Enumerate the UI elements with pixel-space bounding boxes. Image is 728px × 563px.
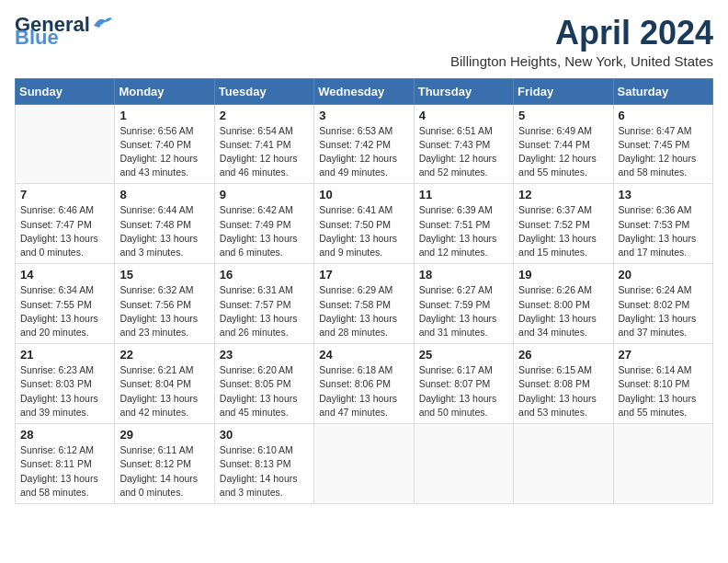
calendar-cell: 16Sunrise: 6:31 AM Sunset: 7:57 PM Dayli… bbox=[214, 264, 313, 344]
day-number: 15 bbox=[119, 268, 209, 282]
weekday-header-tuesday: Tuesday bbox=[214, 78, 313, 104]
calendar-cell: 17Sunrise: 6:29 AM Sunset: 7:58 PM Dayli… bbox=[314, 264, 414, 344]
page-header: General Blue April 2024 Billington Heigh… bbox=[15, 15, 713, 69]
day-number: 26 bbox=[518, 348, 608, 362]
day-info: Sunrise: 6:27 AM Sunset: 7:59 PM Dayligh… bbox=[419, 283, 508, 339]
weekday-header-wednesday: Wednesday bbox=[314, 78, 414, 104]
calendar-cell: 13Sunrise: 6:36 AM Sunset: 7:53 PM Dayli… bbox=[613, 184, 712, 264]
weekday-header-monday: Monday bbox=[115, 78, 214, 104]
day-number: 28 bbox=[20, 428, 109, 442]
day-number: 20 bbox=[619, 268, 708, 282]
day-number: 2 bbox=[220, 109, 309, 122]
day-number: 13 bbox=[619, 188, 708, 201]
day-info: Sunrise: 6:23 AM Sunset: 8:03 PM Dayligh… bbox=[20, 363, 109, 419]
day-number: 23 bbox=[220, 348, 309, 362]
weekday-header-sunday: Sunday bbox=[16, 78, 115, 104]
weekday-header-row: SundayMondayTuesdayWednesdayThursdayFrid… bbox=[16, 78, 713, 104]
title-area: April 2024 Billington Heights, New York,… bbox=[450, 15, 713, 69]
calendar-cell: 29Sunrise: 6:11 AM Sunset: 8:12 PM Dayli… bbox=[115, 424, 214, 504]
day-number: 12 bbox=[518, 188, 608, 201]
calendar-cell: 2Sunrise: 6:54 AM Sunset: 7:41 PM Daylig… bbox=[214, 104, 313, 184]
day-info: Sunrise: 6:56 AM Sunset: 7:40 PM Dayligh… bbox=[119, 124, 209, 180]
calendar-cell: 1Sunrise: 6:56 AM Sunset: 7:40 PM Daylig… bbox=[115, 104, 214, 184]
weekday-header-thursday: Thursday bbox=[414, 78, 513, 104]
day-number: 4 bbox=[419, 109, 508, 122]
day-number: 27 bbox=[619, 348, 708, 362]
weekday-header-saturday: Saturday bbox=[613, 78, 712, 104]
day-info: Sunrise: 6:24 AM Sunset: 8:02 PM Dayligh… bbox=[619, 283, 708, 339]
calendar-cell: 25Sunrise: 6:17 AM Sunset: 8:07 PM Dayli… bbox=[414, 344, 513, 424]
calendar-cell: 5Sunrise: 6:49 AM Sunset: 7:44 PM Daylig… bbox=[514, 104, 613, 184]
day-info: Sunrise: 6:42 AM Sunset: 7:49 PM Dayligh… bbox=[220, 203, 309, 259]
day-info: Sunrise: 6:36 AM Sunset: 7:53 PM Dayligh… bbox=[619, 203, 708, 259]
calendar-table: SundayMondayTuesdayWednesdayThursdayFrid… bbox=[15, 78, 713, 504]
day-info: Sunrise: 6:47 AM Sunset: 7:45 PM Dayligh… bbox=[619, 124, 708, 180]
calendar-week-row: 28Sunrise: 6:12 AM Sunset: 8:11 PM Dayli… bbox=[16, 424, 713, 504]
day-number: 7 bbox=[20, 188, 109, 201]
day-number: 14 bbox=[20, 268, 109, 282]
calendar-cell: 15Sunrise: 6:32 AM Sunset: 7:56 PM Dayli… bbox=[115, 264, 214, 344]
day-info: Sunrise: 6:37 AM Sunset: 7:52 PM Dayligh… bbox=[518, 203, 608, 259]
day-info: Sunrise: 6:20 AM Sunset: 8:05 PM Dayligh… bbox=[220, 363, 309, 419]
day-info: Sunrise: 6:26 AM Sunset: 8:00 PM Dayligh… bbox=[518, 283, 608, 339]
day-number: 9 bbox=[220, 188, 309, 201]
calendar-cell: 23Sunrise: 6:20 AM Sunset: 8:05 PM Dayli… bbox=[214, 344, 313, 424]
calendar-cell: 11Sunrise: 6:39 AM Sunset: 7:51 PM Dayli… bbox=[414, 184, 513, 264]
day-number: 17 bbox=[319, 268, 408, 282]
calendar-cell: 27Sunrise: 6:14 AM Sunset: 8:10 PM Dayli… bbox=[613, 344, 712, 424]
day-info: Sunrise: 6:29 AM Sunset: 7:58 PM Dayligh… bbox=[319, 283, 408, 339]
logo: General Blue bbox=[15, 15, 112, 48]
day-info: Sunrise: 6:15 AM Sunset: 8:08 PM Dayligh… bbox=[518, 363, 608, 419]
day-info: Sunrise: 6:53 AM Sunset: 7:42 PM Dayligh… bbox=[319, 124, 408, 180]
day-number: 25 bbox=[419, 348, 508, 362]
calendar-cell: 12Sunrise: 6:37 AM Sunset: 7:52 PM Dayli… bbox=[514, 184, 613, 264]
day-info: Sunrise: 6:12 AM Sunset: 8:11 PM Dayligh… bbox=[20, 443, 109, 500]
calendar-cell: 24Sunrise: 6:18 AM Sunset: 8:06 PM Dayli… bbox=[314, 344, 414, 424]
weekday-header-friday: Friday bbox=[514, 78, 613, 104]
day-info: Sunrise: 6:54 AM Sunset: 7:41 PM Dayligh… bbox=[220, 124, 309, 180]
day-info: Sunrise: 6:10 AM Sunset: 8:13 PM Dayligh… bbox=[220, 443, 309, 500]
day-info: Sunrise: 6:46 AM Sunset: 7:47 PM Dayligh… bbox=[20, 203, 109, 259]
calendar-cell bbox=[414, 424, 513, 504]
day-info: Sunrise: 6:21 AM Sunset: 8:04 PM Dayligh… bbox=[119, 363, 209, 419]
calendar-cell: 21Sunrise: 6:23 AM Sunset: 8:03 PM Dayli… bbox=[16, 344, 115, 424]
calendar-cell: 18Sunrise: 6:27 AM Sunset: 7:59 PM Dayli… bbox=[414, 264, 513, 344]
day-number: 11 bbox=[419, 188, 508, 201]
day-number: 5 bbox=[518, 109, 608, 122]
day-number: 16 bbox=[220, 268, 309, 282]
day-info: Sunrise: 6:18 AM Sunset: 8:06 PM Dayligh… bbox=[319, 363, 408, 419]
logo-bird-icon bbox=[92, 15, 112, 29]
month-title: April 2024 bbox=[450, 15, 713, 52]
day-number: 18 bbox=[419, 268, 508, 282]
logo-blue: Blue bbox=[15, 28, 59, 48]
calendar-cell bbox=[613, 424, 712, 504]
calendar-cell: 10Sunrise: 6:41 AM Sunset: 7:50 PM Dayli… bbox=[314, 184, 414, 264]
calendar-cell bbox=[314, 424, 414, 504]
calendar-cell: 6Sunrise: 6:47 AM Sunset: 7:45 PM Daylig… bbox=[613, 104, 712, 184]
calendar-week-row: 1Sunrise: 6:56 AM Sunset: 7:40 PM Daylig… bbox=[16, 104, 713, 184]
day-number: 30 bbox=[220, 428, 309, 442]
day-info: Sunrise: 6:14 AM Sunset: 8:10 PM Dayligh… bbox=[619, 363, 708, 419]
calendar-week-row: 7Sunrise: 6:46 AM Sunset: 7:47 PM Daylig… bbox=[16, 184, 713, 264]
day-info: Sunrise: 6:11 AM Sunset: 8:12 PM Dayligh… bbox=[119, 443, 209, 500]
calendar-cell: 19Sunrise: 6:26 AM Sunset: 8:00 PM Dayli… bbox=[514, 264, 613, 344]
calendar-cell bbox=[16, 104, 115, 184]
calendar-cell: 28Sunrise: 6:12 AM Sunset: 8:11 PM Dayli… bbox=[16, 424, 115, 504]
calendar-cell: 26Sunrise: 6:15 AM Sunset: 8:08 PM Dayli… bbox=[514, 344, 613, 424]
day-info: Sunrise: 6:51 AM Sunset: 7:43 PM Dayligh… bbox=[419, 124, 508, 180]
day-number: 22 bbox=[119, 348, 209, 362]
calendar-cell: 30Sunrise: 6:10 AM Sunset: 8:13 PM Dayli… bbox=[214, 424, 313, 504]
calendar-cell: 4Sunrise: 6:51 AM Sunset: 7:43 PM Daylig… bbox=[414, 104, 513, 184]
day-info: Sunrise: 6:34 AM Sunset: 7:55 PM Dayligh… bbox=[20, 283, 109, 339]
day-number: 6 bbox=[619, 109, 708, 122]
day-info: Sunrise: 6:31 AM Sunset: 7:57 PM Dayligh… bbox=[220, 283, 309, 339]
day-info: Sunrise: 6:32 AM Sunset: 7:56 PM Dayligh… bbox=[119, 283, 209, 339]
location-title: Billington Heights, New York, United Sta… bbox=[450, 53, 713, 69]
calendar-cell: 7Sunrise: 6:46 AM Sunset: 7:47 PM Daylig… bbox=[16, 184, 115, 264]
day-info: Sunrise: 6:41 AM Sunset: 7:50 PM Dayligh… bbox=[319, 203, 408, 259]
day-number: 8 bbox=[119, 188, 209, 201]
calendar-cell: 9Sunrise: 6:42 AM Sunset: 7:49 PM Daylig… bbox=[214, 184, 313, 264]
calendar-cell: 22Sunrise: 6:21 AM Sunset: 8:04 PM Dayli… bbox=[115, 344, 214, 424]
calendar-cell: 8Sunrise: 6:44 AM Sunset: 7:48 PM Daylig… bbox=[115, 184, 214, 264]
day-number: 24 bbox=[319, 348, 408, 362]
